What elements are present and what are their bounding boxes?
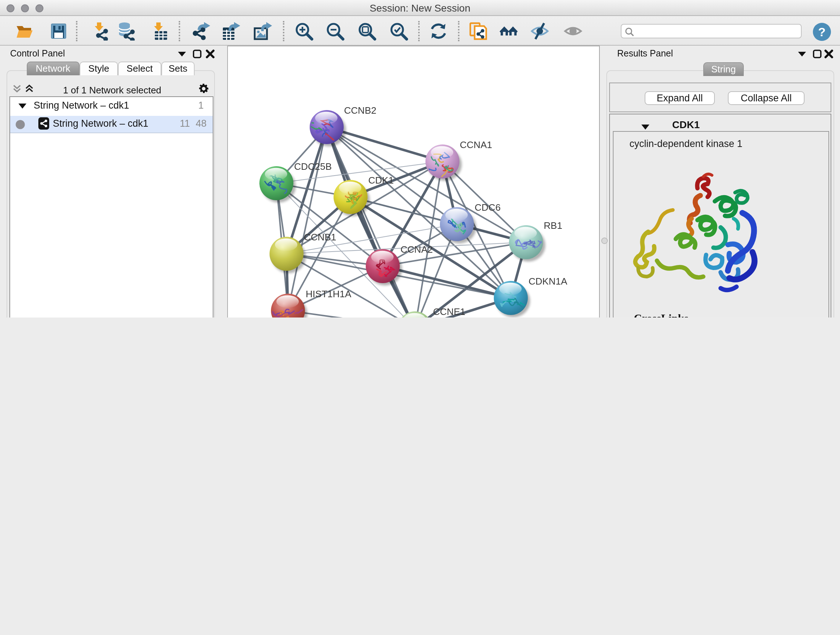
svg-text:CCNE1: CCNE1 bbox=[433, 306, 465, 317]
svg-text:CDC6: CDC6 bbox=[475, 202, 501, 213]
svg-text:CDC25B: CDC25B bbox=[294, 161, 332, 172]
svg-text:RB1: RB1 bbox=[544, 220, 562, 231]
svg-text:CCNB2: CCNB2 bbox=[344, 105, 376, 116]
svg-text:CDKN1A: CDKN1A bbox=[529, 276, 567, 287]
svg-text:CDK1: CDK1 bbox=[368, 175, 393, 186]
svg-text:CCNB1: CCNB1 bbox=[304, 232, 336, 242]
svg-text:CCNA2: CCNA2 bbox=[401, 244, 433, 255]
svg-text:CCNA1: CCNA1 bbox=[460, 139, 492, 150]
svg-text:?: ? bbox=[818, 25, 826, 39]
svg-text:HIST1H1A: HIST1H1A bbox=[306, 288, 352, 299]
